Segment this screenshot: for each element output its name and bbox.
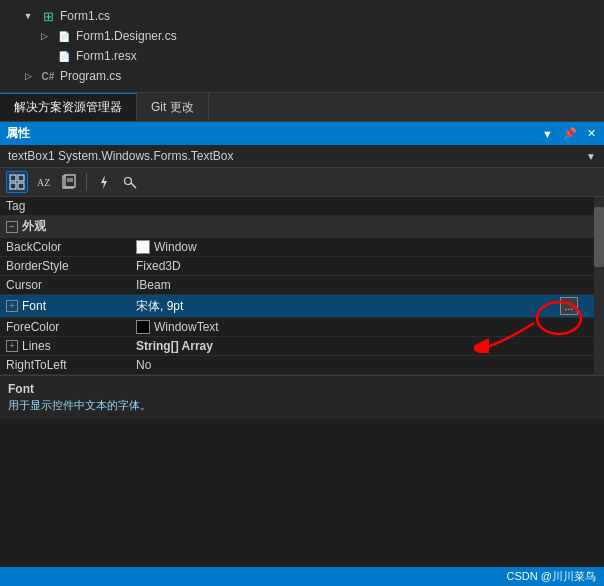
prop-row-cursor: Cursor IBeam xyxy=(0,276,604,295)
section-appearance[interactable]: − 外观 xyxy=(0,216,604,238)
property-binding-button[interactable] xyxy=(119,171,141,193)
tree-item-form1cs[interactable]: ▼ ⊞ Form1.cs xyxy=(0,6,604,26)
expand-icon-programcs: ▷ xyxy=(20,68,36,84)
sort-icon: AZ xyxy=(35,174,51,190)
alphabetical-view-button[interactable]: AZ xyxy=(32,171,54,193)
section-label: 外观 xyxy=(22,218,46,235)
lightning-icon xyxy=(96,174,112,190)
svg-rect-3 xyxy=(18,183,24,189)
svg-rect-0 xyxy=(10,175,16,181)
tab-git-changes[interactable]: Git 更改 xyxy=(137,93,209,121)
object-name-row: textBox1 System.Windows.Forms.TextBox ▼ xyxy=(0,145,604,168)
prop-value-cursor[interactable]: IBeam xyxy=(130,276,604,295)
tree-label-form1designer: Form1.Designer.cs xyxy=(76,29,177,43)
properties-header-bar: 属性 ▼ 📌 ✕ xyxy=(0,122,604,145)
object-name: textBox1 System.Windows.Forms.TextBox xyxy=(8,149,233,163)
tree-label-form1resx: Form1.resx xyxy=(76,49,137,63)
expand-icon-form1cs: ▼ xyxy=(20,8,36,24)
font-expand-icon[interactable]: + xyxy=(6,300,18,312)
properties-title: 属性 xyxy=(6,125,30,142)
backcolor-swatch xyxy=(136,240,150,254)
prop-name-backcolor: BackColor xyxy=(0,238,130,257)
footer-text: CSDN @川川菜鸟 xyxy=(507,569,596,584)
events-button[interactable] xyxy=(93,171,115,193)
prop-row-righttoleft: RightToLeft No xyxy=(0,356,604,375)
scrollbar-thumb[interactable] xyxy=(594,207,604,267)
close-button[interactable]: ✕ xyxy=(585,127,598,140)
prop-name-forecolor: ForeColor xyxy=(0,318,130,337)
prop-value-lines[interactable]: String[] Array xyxy=(130,337,604,356)
prop-label-tag: Tag xyxy=(6,199,25,213)
prop-name-font: + Font xyxy=(0,295,130,318)
tree-item-form1designer[interactable]: ▷ 📄 Form1.Designer.cs xyxy=(0,26,604,46)
properties-panel: 属性 ▼ 📌 ✕ textBox1 System.Windows.Forms.T… xyxy=(0,122,604,419)
footer-bar: CSDN @川川菜鸟 xyxy=(0,567,604,586)
svg-text:AZ: AZ xyxy=(37,177,50,188)
prop-row-lines: + Lines String[] Array xyxy=(0,337,604,356)
key-icon xyxy=(122,174,138,190)
categorized-view-button[interactable] xyxy=(6,171,28,193)
svg-rect-2 xyxy=(10,183,16,189)
prop-label-font: Font xyxy=(22,299,46,313)
prop-name-righttoleft: RightToLeft xyxy=(0,356,130,375)
property-pages-button[interactable] xyxy=(58,171,80,193)
tab-solution-explorer[interactable]: 解决方案资源管理器 xyxy=(0,93,137,121)
prop-row-font[interactable]: + Font 宋体, 9pt ... xyxy=(0,295,604,318)
tree-item-form1resx[interactable]: 📄 Form1.resx xyxy=(0,46,604,66)
properties-toolbar: AZ xyxy=(0,168,604,197)
file-tree: ▼ ⊞ Form1.cs ▷ 📄 Form1.Designer.cs 📄 For… xyxy=(0,0,604,93)
properties-table-container: Tag − 外观 BackColor xyxy=(0,197,604,375)
properties-description: Font 用于显示控件中文本的字体。 xyxy=(0,375,604,419)
prop-name-cursor: Cursor xyxy=(0,276,130,295)
section-expand-icon[interactable]: − xyxy=(6,221,18,233)
lines-expand-icon[interactable]: + xyxy=(6,340,18,352)
file-icon-programcs: C# xyxy=(40,68,56,84)
prop-row-borderstyle: BorderStyle Fixed3D xyxy=(0,257,604,276)
toolbar-separator xyxy=(86,173,87,191)
svg-line-11 xyxy=(131,183,136,188)
prop-name-borderstyle: BorderStyle xyxy=(0,257,130,276)
tree-label-programcs: Program.cs xyxy=(60,69,121,83)
file-icon-form1resx: 📄 xyxy=(56,48,72,64)
tab-solution-label: 解决方案资源管理器 xyxy=(14,99,122,116)
dock-button[interactable]: 📌 xyxy=(561,127,579,140)
tab-git-label: Git 更改 xyxy=(151,99,194,116)
description-text: 用于显示控件中文本的字体。 xyxy=(8,398,596,413)
prop-name-lines: + Lines xyxy=(0,337,130,356)
pin-button[interactable]: ▼ xyxy=(540,128,555,140)
prop-value-forecolor[interactable]: WindowText xyxy=(130,318,604,337)
prop-row-forecolor: ForeColor WindowText xyxy=(0,318,604,337)
properties-header-actions: ▼ 📌 ✕ xyxy=(540,127,598,140)
section-appearance-label: − 外观 xyxy=(0,216,604,238)
tabs-bar: 解决方案资源管理器 Git 更改 xyxy=(0,93,604,122)
expand-icon-form1designer: ▷ xyxy=(36,28,52,44)
prop-row-backcolor: BackColor Window xyxy=(0,238,604,257)
prop-value-tag[interactable] xyxy=(130,197,604,216)
prop-value-borderstyle[interactable]: Fixed3D xyxy=(130,257,604,276)
tree-item-programcs[interactable]: ▷ C# Program.cs xyxy=(0,66,604,86)
prop-value-righttoleft[interactable]: No xyxy=(130,356,604,375)
object-selector-arrow[interactable]: ▼ xyxy=(586,151,596,162)
svg-point-10 xyxy=(125,178,132,185)
spacer-form1resx xyxy=(36,48,52,64)
scrollbar-track[interactable] xyxy=(594,197,604,375)
forecolor-swatch xyxy=(136,320,150,334)
prop-value-backcolor[interactable]: Window xyxy=(130,238,604,257)
file-icon-form1cs: ⊞ xyxy=(40,8,56,24)
grid-icon xyxy=(9,174,25,190)
svg-rect-1 xyxy=(18,175,24,181)
description-title: Font xyxy=(8,382,596,396)
tree-label-form1cs: Form1.cs xyxy=(60,9,110,23)
prop-row-tag: Tag xyxy=(0,197,604,216)
prop-value-font[interactable]: 宋体, 9pt ... xyxy=(130,295,604,318)
prop-name-tag: Tag xyxy=(0,197,130,216)
file-icon-form1designer: 📄 xyxy=(56,28,72,44)
font-ellipsis-button[interactable]: ... xyxy=(560,297,578,315)
properties-table: Tag − 外观 BackColor xyxy=(0,197,604,375)
pages-icon xyxy=(61,174,77,190)
svg-marker-9 xyxy=(101,175,107,189)
